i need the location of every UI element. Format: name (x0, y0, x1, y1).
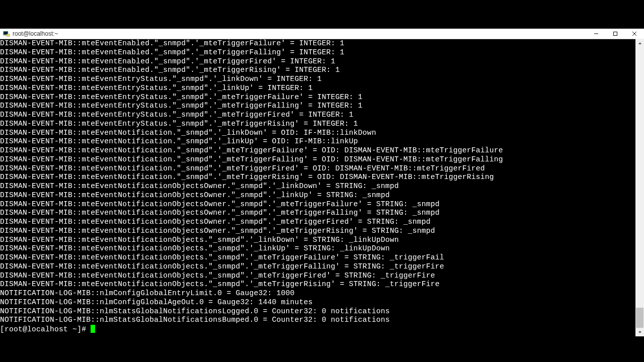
terminal-line: NOTIFICATION-LOG-MIB::nlmConfigGlobalAge… (0, 298, 644, 307)
terminal-line: DISMAN-EVENT-MIB::mteEventNotification."… (0, 173, 644, 182)
terminal-line: DISMAN-EVENT-MIB::mteEventNotificationOb… (0, 236, 644, 245)
terminal-line: DISMAN-EVENT-MIB::mteEventEntryStatus."_… (0, 111, 644, 120)
putty-icon (3, 30, 11, 38)
terminal-line: NOTIFICATION-LOG-MIB::nlmStatsGlobalNoti… (0, 307, 644, 316)
terminal-line: DISMAN-EVENT-MIB::mteEventNotification."… (0, 129, 644, 138)
prompt-text: [root@localhost ~]# (0, 325, 91, 333)
cursor (91, 325, 95, 333)
prompt-line[interactable]: [root@localhost ~]# (0, 325, 644, 334)
terminal-line: DISMAN-EVENT-MIB::mteEventNotificationOb… (0, 244, 644, 253)
terminal-line: DISMAN-EVENT-MIB::mteEventEnabled."_snmp… (0, 39, 644, 48)
terminal-line: DISMAN-EVENT-MIB::mteEventEnabled."_snmp… (0, 48, 644, 57)
terminal-line: DISMAN-EVENT-MIB::mteEventEntryStatus."_… (0, 93, 644, 102)
terminal-line: DISMAN-EVENT-MIB::mteEventNotification."… (0, 164, 644, 173)
window-title: root@localhost:~ (13, 30, 58, 37)
scrollbar[interactable] (635, 39, 644, 336)
terminal-line: DISMAN-EVENT-MIB::mteEventNotification."… (0, 146, 644, 155)
svg-rect-1 (4, 32, 8, 34)
terminal-line: DISMAN-EVENT-MIB::mteEventNotificationOb… (0, 272, 644, 281)
svg-rect-2 (7, 34, 10, 36)
terminal-line: DISMAN-EVENT-MIB::mteEventNotificationOb… (0, 182, 644, 191)
scroll-up-arrow-icon[interactable] (635, 39, 644, 47)
window-controls (587, 29, 644, 39)
scroll-down-arrow-icon[interactable] (635, 328, 644, 336)
terminal-output[interactable]: DISMAN-EVENT-MIB::mteEventEnabled."_snmp… (0, 39, 644, 336)
terminal-line: DISMAN-EVENT-MIB::mteEventNotificationOb… (0, 218, 644, 227)
terminal-line: DISMAN-EVENT-MIB::mteEventEntryStatus."_… (0, 102, 644, 111)
terminal-line: DISMAN-EVENT-MIB::mteEventEntryStatus."_… (0, 120, 644, 129)
terminal-line: NOTIFICATION-LOG-MIB::nlmConfigGlobalEnt… (0, 289, 644, 298)
maximize-button[interactable] (606, 29, 625, 39)
scroll-track[interactable] (635, 47, 644, 328)
terminal-line: DISMAN-EVENT-MIB::mteEventEntryStatus."_… (0, 84, 644, 93)
terminal-line: DISMAN-EVENT-MIB::mteEventNotificationOb… (0, 191, 644, 200)
terminal-line: DISMAN-EVENT-MIB::mteEventNotificationOb… (0, 209, 644, 218)
terminal-line: DISMAN-EVENT-MIB::mteEventNotificationOb… (0, 253, 644, 262)
terminal-line: DISMAN-EVENT-MIB::mteEventNotificationOb… (0, 280, 644, 289)
svg-rect-5 (614, 32, 617, 36)
terminal-line: DISMAN-EVENT-MIB::mteEventNotification."… (0, 155, 644, 164)
terminal-line: DISMAN-EVENT-MIB::mteEventNotificationOb… (0, 200, 644, 209)
svg-marker-8 (638, 42, 641, 44)
scroll-thumb[interactable] (636, 308, 643, 328)
close-button[interactable] (625, 29, 644, 39)
terminal-line: DISMAN-EVENT-MIB::mteEventEnabled."_snmp… (0, 66, 644, 75)
terminal-line: NOTIFICATION-LOG-MIB::nlmStatsGlobalNoti… (0, 316, 644, 325)
terminal-line: DISMAN-EVENT-MIB::mteEventNotificationOb… (0, 262, 644, 272)
window-titlebar[interactable]: root@localhost:~ (0, 29, 644, 39)
terminal-window: root@localhost:~ DISMAN-EVENT-MIB::mteEv… (0, 29, 644, 336)
terminal-line: DISMAN-EVENT-MIB::mteEventEntryStatus."_… (0, 75, 644, 84)
terminal-line: DISMAN-EVENT-MIB::mteEventEnabled."_snmp… (0, 57, 644, 66)
minimize-button[interactable] (587, 29, 606, 39)
terminal-line: DISMAN-EVENT-MIB::mteEventNotification."… (0, 137, 644, 146)
terminal-line: DISMAN-EVENT-MIB::mteEventNotificationOb… (0, 227, 644, 236)
svg-marker-9 (638, 331, 641, 333)
